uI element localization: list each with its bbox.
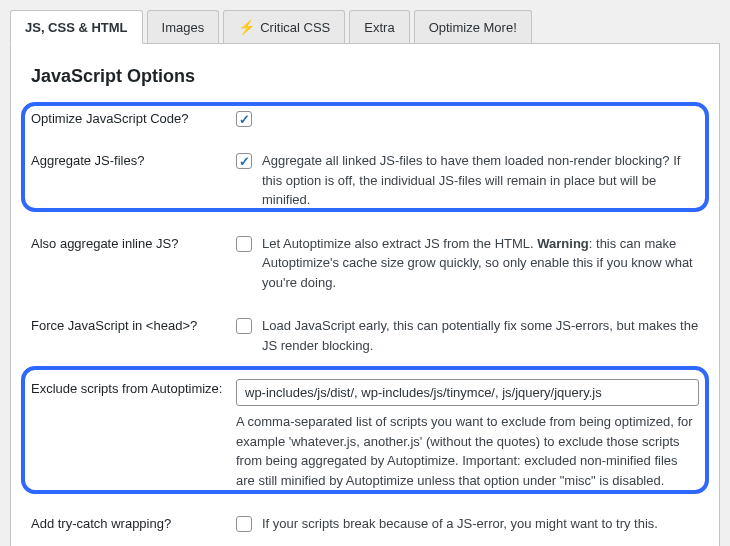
aggregate-js-checkbox[interactable] — [236, 153, 252, 169]
inline-js-label: Also aggregate inline JS? — [31, 234, 236, 251]
aggregate-js-label: Aggregate JS-files? — [31, 151, 236, 168]
tab-extra[interactable]: Extra — [349, 10, 409, 43]
trycatch-label: Add try-catch wrapping? — [31, 514, 236, 531]
optimize-js-label: Optimize JavaScript Code? — [31, 109, 236, 126]
force-head-desc: Load JavaScript early, this can potentia… — [262, 316, 699, 355]
row-force-head: Force JavaScript in <head>? Load JavaScr… — [31, 316, 699, 355]
exclude-scripts-input[interactable] — [236, 379, 699, 406]
tab-images[interactable]: Images — [147, 10, 220, 43]
inline-js-desc: Let Autoptimize also extract JS from the… — [262, 234, 699, 293]
force-head-label: Force JavaScript in <head>? — [31, 316, 236, 333]
trycatch-checkbox[interactable] — [236, 516, 252, 532]
aggregate-js-desc: Aggregate all linked JS-files to have th… — [262, 151, 699, 210]
row-trycatch: Add try-catch wrapping? If your scripts … — [31, 514, 699, 534]
inline-js-checkbox[interactable] — [236, 236, 252, 252]
optimize-js-checkbox[interactable] — [236, 111, 252, 127]
lightning-icon: ⚡ — [238, 19, 255, 35]
settings-tabs: JS, CSS & HTML Images ⚡ Critical CSS Ext… — [10, 10, 720, 43]
row-inline-js: Also aggregate inline JS? Let Autoptimiz… — [31, 234, 699, 293]
row-exclude-scripts: Exclude scripts from Autoptimize: A comm… — [31, 379, 699, 490]
exclude-scripts-desc: A comma-separated list of scripts you wa… — [236, 412, 699, 490]
row-optimize-js: Optimize JavaScript Code? — [31, 109, 699, 127]
force-head-checkbox[interactable] — [236, 318, 252, 334]
tab-critical-css-label: Critical CSS — [260, 20, 330, 35]
trycatch-desc: If your scripts break because of a JS-er… — [262, 514, 658, 534]
settings-panel: JavaScript Options Optimize JavaScript C… — [10, 43, 720, 546]
section-title: JavaScript Options — [31, 66, 699, 87]
tab-js-css-html[interactable]: JS, CSS & HTML — [10, 10, 143, 44]
tab-optimize-more[interactable]: Optimize More! — [414, 10, 532, 43]
exclude-scripts-label: Exclude scripts from Autoptimize: — [31, 379, 236, 396]
row-aggregate-js: Aggregate JS-files? Aggregate all linked… — [31, 151, 699, 210]
tab-critical-css[interactable]: ⚡ Critical CSS — [223, 10, 345, 43]
